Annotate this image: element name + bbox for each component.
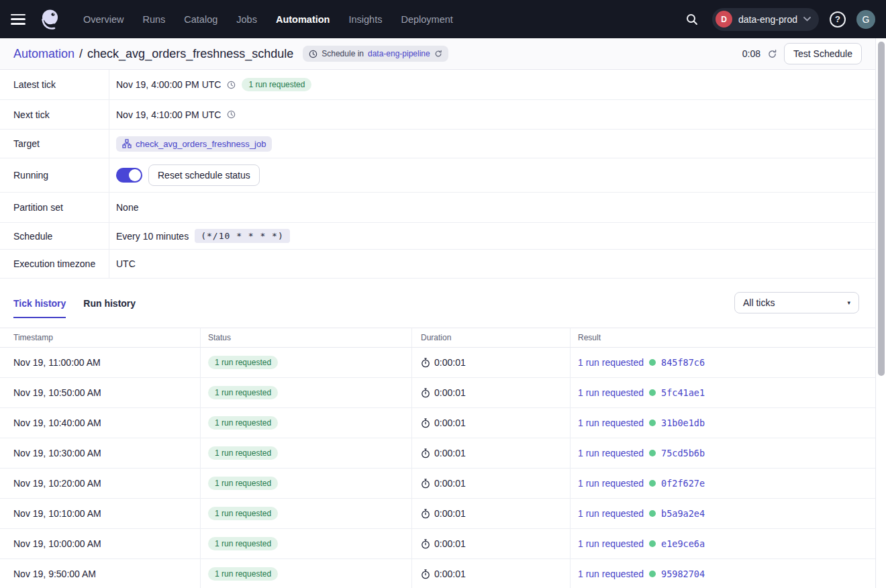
stopwatch-icon <box>421 509 430 519</box>
clock-icon <box>227 110 236 119</box>
table-header: Timestamp Status Duration Result <box>0 328 875 348</box>
workspace-initial-badge: D <box>716 11 732 28</box>
table-row: Nov 19, 10:50:00 AM 1 run requested 0:00… <box>0 378 875 408</box>
search-icon[interactable] <box>683 10 701 29</box>
table-row: Nov 19, 10:40:00 AM 1 run requested 0:00… <box>0 408 875 438</box>
run-id-link[interactable]: 75cd5b6b <box>661 448 705 458</box>
tick-result-link[interactable]: 1 run requested <box>578 357 644 368</box>
cron-expression-badge: (*/10 * * * *) <box>195 229 290 243</box>
nav-item-runs[interactable]: Runs <box>142 14 165 25</box>
detail-row-target: Target check_avg_orders_freshness_job <box>0 130 875 158</box>
tick-duration: 0:00:01 <box>434 508 466 519</box>
nav-item-automation[interactable]: Automation <box>276 14 330 25</box>
header-actions: 0:08 Test Schedule <box>742 43 862 64</box>
detail-label: Partition set <box>0 193 109 222</box>
tick-result-link[interactable]: 1 run requested <box>578 448 644 458</box>
pipeline-link[interactable]: data-eng-pipeline <box>368 49 430 58</box>
tick-result-link[interactable]: 1 run requested <box>578 508 644 519</box>
page-content: Automation / check_avg_orders_freshness_… <box>0 38 876 588</box>
run-id-link[interactable]: 845f87c6 <box>661 357 705 368</box>
run-id-link[interactable]: b5a9a2e4 <box>661 508 705 519</box>
detail-row-running: Running Reset schedule status <box>0 158 875 193</box>
tick-filter-value: All ticks <box>743 297 775 308</box>
refresh-icon[interactable] <box>767 49 777 59</box>
tick-status-badge: 1 run requested <box>208 477 278 490</box>
tick-timestamp: Nov 19, 10:50:00 AM <box>0 378 201 407</box>
run-id-link[interactable]: e1e9ce6a <box>661 538 705 549</box>
history-tabs-bar: Tick history Run history All ticks ▾ <box>0 279 875 328</box>
top-nav: Overview Runs Catalog Jobs Automation In… <box>0 0 886 38</box>
stopwatch-icon <box>421 569 430 579</box>
tick-duration: 0:00:01 <box>434 357 466 368</box>
column-header-duration: Duration <box>412 328 571 347</box>
detail-row-latest-tick: Latest tick Nov 19, 4:00:00 PM UTC 1 run… <box>0 70 875 100</box>
tick-result-link[interactable]: 1 run requested <box>578 478 644 489</box>
nav-items: Overview Runs Catalog Jobs Automation In… <box>83 14 453 25</box>
table-row: Nov 19, 10:00:00 AM 1 run requested 0:00… <box>0 529 875 559</box>
tab-tick-history[interactable]: Tick history <box>13 298 66 318</box>
tick-duration: 0:00:01 <box>434 448 466 458</box>
stopwatch-icon <box>421 539 430 549</box>
run-id-link[interactable]: 5fc41ae1 <box>661 387 705 398</box>
nav-item-catalog[interactable]: Catalog <box>184 14 217 25</box>
vertical-scrollbar[interactable] <box>878 42 885 376</box>
run-id-link[interactable]: 31b0e1db <box>661 418 705 428</box>
run-id-link[interactable]: 0f2f627e <box>661 478 705 489</box>
tick-timestamp: Nov 19, 11:00:00 AM <box>0 348 201 377</box>
detail-label: Running <box>0 158 109 192</box>
target-job-link[interactable]: check_avg_orders_freshness_job <box>116 136 272 152</box>
latest-tick-time: Nov 19, 4:00:00 PM UTC <box>116 79 221 90</box>
schedule-location-badge: Schedule in data-eng-pipeline <box>303 46 448 62</box>
menu-icon[interactable] <box>11 14 26 25</box>
avatar[interactable]: G <box>856 10 875 29</box>
nav-item-overview[interactable]: Overview <box>83 14 124 25</box>
tick-status-badge: 1 run requested <box>208 507 278 520</box>
tick-filter-select[interactable]: All ticks ▾ <box>734 292 859 313</box>
detail-row-partition-set: Partition set None <box>0 193 875 223</box>
reset-schedule-status-button[interactable]: Reset schedule status <box>148 164 260 186</box>
nav-item-insights[interactable]: Insights <box>348 14 382 25</box>
workspace-name: data-eng-prod <box>738 14 797 25</box>
chevron-down-icon <box>803 17 811 21</box>
dagster-logo-icon[interactable] <box>38 7 62 32</box>
tick-status-badge: 1 run requested <box>208 356 278 369</box>
schedule-details: Latest tick Nov 19, 4:00:00 PM UTC 1 run… <box>0 70 875 279</box>
detail-label: Execution timezone <box>0 250 109 278</box>
detail-label: Target <box>0 130 109 158</box>
tick-result-link[interactable]: 1 run requested <box>578 569 644 579</box>
column-header-result: Result <box>571 328 875 347</box>
detail-row-timezone: Execution timezone UTC <box>0 250 875 279</box>
target-job-name: check_avg_orders_freshness_job <box>136 139 266 149</box>
stopwatch-icon <box>421 388 430 398</box>
next-tick-time: Nov 19, 4:10:00 PM UTC <box>116 109 221 120</box>
run-status-dot <box>649 540 656 547</box>
tab-run-history[interactable]: Run history <box>83 298 136 318</box>
nav-item-jobs[interactable]: Jobs <box>236 14 257 25</box>
tick-result-link[interactable]: 1 run requested <box>578 538 644 549</box>
nav-item-deployment[interactable]: Deployment <box>401 14 452 25</box>
tick-duration: 0:00:01 <box>434 538 466 549</box>
tick-result-link[interactable]: 1 run requested <box>578 418 644 428</box>
run-status-dot <box>649 510 656 517</box>
nav-right-cluster: D data-eng-prod ? G <box>683 8 875 31</box>
table-row: Nov 19, 11:00:00 AM 1 run requested 0:00… <box>0 348 875 378</box>
page-title: check_avg_orders_freshness_schdule <box>87 47 293 61</box>
help-icon[interactable]: ? <box>830 11 846 28</box>
timezone-value: UTC <box>116 258 136 269</box>
tick-duration: 0:00:01 <box>434 478 466 489</box>
workspace-switcher[interactable]: D data-eng-prod <box>712 8 819 31</box>
test-schedule-button[interactable]: Test Schedule <box>784 43 862 64</box>
tick-timestamp: Nov 19, 10:30:00 AM <box>0 438 201 468</box>
table-row: Nov 19, 10:30:00 AM 1 run requested 0:00… <box>0 438 875 469</box>
clock-icon <box>227 81 236 89</box>
run-status-dot <box>649 480 656 487</box>
partition-set-value: None <box>116 202 138 213</box>
tick-status-badge: 1 run requested <box>208 567 278 581</box>
tick-result-link[interactable]: 1 run requested <box>578 387 644 398</box>
breadcrumb: Automation / check_avg_orders_freshness_… <box>0 38 875 70</box>
schedule-description: Every 10 minutes <box>116 231 189 242</box>
run-id-link[interactable]: 95982704 <box>661 569 705 579</box>
running-toggle[interactable] <box>116 168 142 183</box>
clock-icon <box>309 50 317 58</box>
breadcrumb-automation-link[interactable]: Automation <box>13 47 75 61</box>
